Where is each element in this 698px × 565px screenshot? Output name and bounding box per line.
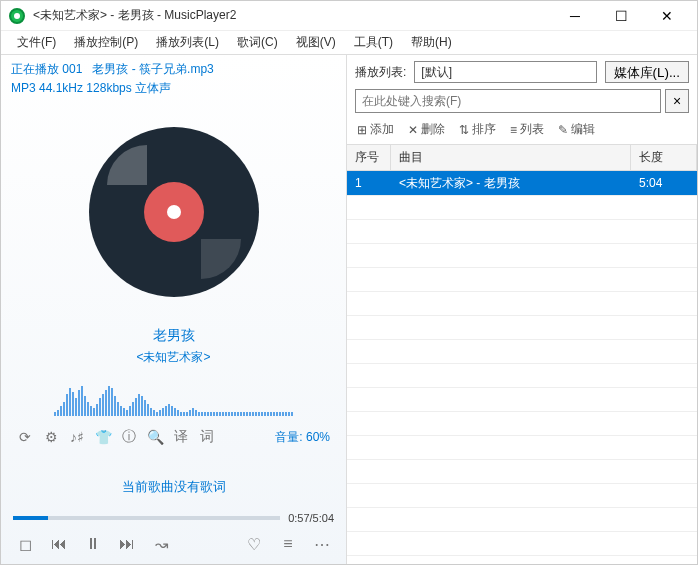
col-length-header[interactable]: 长度 bbox=[631, 145, 697, 170]
pause-button[interactable]: ⏸ bbox=[83, 534, 103, 554]
translate-icon[interactable]: 译 bbox=[173, 428, 189, 446]
playback-controls: ◻ ⏮ ⏸ ⏭ ↝ ♡ ≡ ⋯ bbox=[11, 528, 336, 558]
next-button[interactable]: ⏭ bbox=[117, 534, 137, 554]
lyrics-area: 当前歌曲没有歌词 bbox=[11, 478, 336, 508]
app-icon bbox=[9, 8, 25, 24]
menu-view[interactable]: 视图(V) bbox=[288, 32, 344, 53]
now-playing-line: 正在播放 001 老男孩 - 筷子兄弟.mp3 bbox=[11, 61, 336, 78]
clear-search-button[interactable]: × bbox=[665, 89, 689, 113]
table-body[interactable]: 1<未知艺术家> - 老男孩5:04 bbox=[347, 171, 697, 564]
right-panel: 播放列表: [默认] 媒体库(L)... × ⊞ 添加 ✕ 删除 ⇅ 排序 ≡ … bbox=[346, 55, 697, 564]
mini-toolbar: ⟳ ⚙ ♪♯ 👕 ⓘ 🔍 译 词 音量: 60% bbox=[11, 422, 336, 452]
now-playing-filename: 老男孩 - 筷子兄弟.mp3 bbox=[92, 62, 213, 76]
now-playing-prefix: 正在播放 bbox=[11, 62, 59, 76]
list-button[interactable]: ≡ 列表 bbox=[510, 121, 544, 138]
menu-file[interactable]: 文件(F) bbox=[9, 32, 64, 53]
now-playing-index: 001 bbox=[62, 62, 82, 76]
menu-lyrics[interactable]: 歌词(C) bbox=[229, 32, 286, 53]
row-length: 5:04 bbox=[631, 176, 697, 190]
left-panel: 正在播放 001 老男孩 - 筷子兄弟.mp3 MP3 44.1kHz 128k… bbox=[1, 55, 346, 564]
col-track-header[interactable]: 曲目 bbox=[391, 145, 631, 170]
add-button[interactable]: ⊞ 添加 bbox=[357, 121, 394, 138]
edit-button[interactable]: ✎ 编辑 bbox=[558, 121, 595, 138]
settings-icon[interactable]: ⚙ bbox=[43, 429, 59, 445]
equalizer-icon[interactable]: ♪♯ bbox=[69, 429, 85, 445]
delete-button[interactable]: ✕ 删除 bbox=[408, 121, 445, 138]
playlist-select[interactable]: [默认] bbox=[414, 61, 596, 83]
row-index: 1 bbox=[347, 176, 391, 190]
more-icon[interactable]: ⋯ bbox=[312, 534, 332, 554]
close-button[interactable]: ✕ bbox=[645, 2, 689, 30]
search-icon[interactable]: 🔍 bbox=[147, 429, 163, 445]
playlist-tools: ⊞ 添加 ✕ 删除 ⇅ 排序 ≡ 列表 ✎ 编辑 bbox=[347, 119, 697, 144]
playlist-label: 播放列表: bbox=[355, 64, 406, 81]
minimize-button[interactable]: ─ bbox=[553, 2, 597, 30]
vinyl-icon bbox=[89, 127, 259, 297]
menu-play-control[interactable]: 播放控制(P) bbox=[66, 32, 146, 53]
maximize-button[interactable]: ☐ bbox=[599, 2, 643, 30]
lyrics-icon[interactable]: 词 bbox=[199, 428, 215, 446]
track-title: 老男孩 bbox=[11, 327, 336, 345]
favorite-icon[interactable]: ♡ bbox=[244, 534, 264, 554]
progress-fill bbox=[13, 516, 48, 520]
media-library-button[interactable]: 媒体库(L)... bbox=[605, 61, 689, 83]
menu-help[interactable]: 帮助(H) bbox=[403, 32, 460, 53]
progress-bar[interactable] bbox=[13, 516, 280, 520]
repeat-icon[interactable]: ⟳ bbox=[17, 429, 33, 445]
play-mode-icon[interactable]: ↝ bbox=[151, 534, 171, 554]
col-index-header[interactable]: 序号 bbox=[347, 145, 391, 170]
prev-button[interactable]: ⏮ bbox=[49, 534, 69, 554]
sort-button[interactable]: ⇅ 排序 bbox=[459, 121, 496, 138]
skin-icon[interactable]: 👕 bbox=[95, 429, 111, 445]
album-art bbox=[79, 117, 269, 307]
playlist-toggle-icon[interactable]: ≡ bbox=[278, 534, 298, 554]
info-icon[interactable]: ⓘ bbox=[121, 428, 137, 446]
table-header: 序号 曲目 长度 bbox=[347, 144, 697, 171]
window-title: <未知艺术家> - 老男孩 - MusicPlayer2 bbox=[33, 7, 553, 24]
row-track: <未知艺术家> - 老男孩 bbox=[391, 175, 631, 192]
menu-playlist[interactable]: 播放列表(L) bbox=[148, 32, 227, 53]
search-input[interactable] bbox=[355, 89, 661, 113]
menu-tools[interactable]: 工具(T) bbox=[346, 32, 401, 53]
time-display: 0:57/5:04 bbox=[288, 512, 334, 524]
menubar: 文件(F) 播放控制(P) 播放列表(L) 歌词(C) 视图(V) 工具(T) … bbox=[1, 31, 697, 55]
spectrum-visualizer bbox=[54, 380, 294, 416]
track-artist: <未知艺术家> bbox=[11, 349, 336, 366]
table-row[interactable]: 1<未知艺术家> - 老男孩5:04 bbox=[347, 171, 697, 195]
volume-label[interactable]: 音量: 60% bbox=[275, 429, 330, 446]
audio-info: MP3 44.1kHz 128kbps 立体声 bbox=[11, 80, 336, 97]
stop-button[interactable]: ◻ bbox=[15, 534, 35, 554]
